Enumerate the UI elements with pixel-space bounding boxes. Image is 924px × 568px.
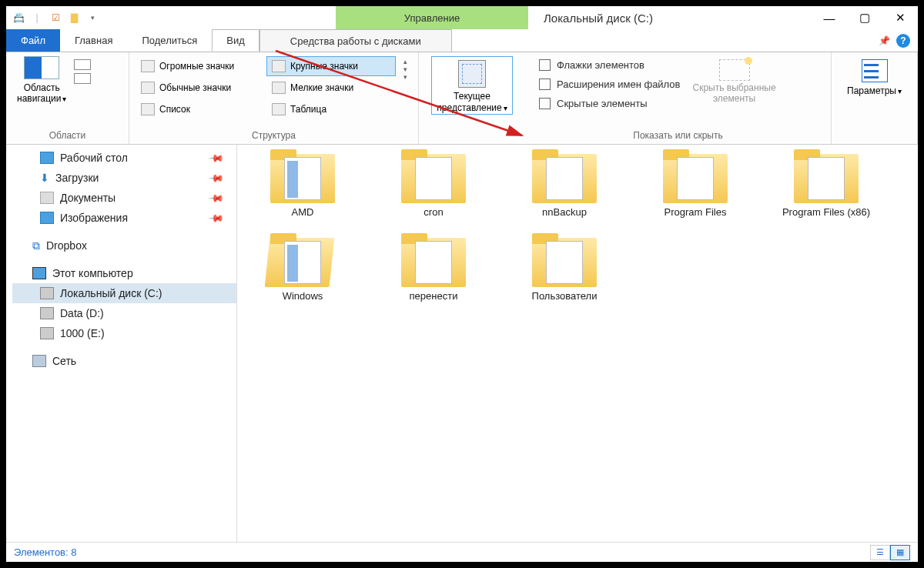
pin-icon: 📌 (208, 169, 225, 186)
preview-pane-button[interactable] (74, 59, 91, 70)
layout-list[interactable]: Список (136, 99, 265, 119)
tree-downloads[interactable]: ⬇Загрузки📌 (12, 168, 236, 188)
qat-folder-icon: ▇ (66, 11, 82, 25)
pin-ribbon-icon[interactable]: 📌 (879, 35, 890, 46)
view-mode-details[interactable]: ☰ (870, 545, 890, 560)
tree-desktop[interactable]: Рабочий стол📌 (12, 148, 236, 168)
options-icon (862, 59, 888, 82)
options-button[interactable]: Параметры (842, 56, 906, 96)
folder-item[interactable]: Program Files (645, 149, 745, 218)
status-bar: Элементов: 8 ☰ ▦ (6, 542, 918, 562)
status-count: Элементов: 8 (14, 546, 76, 558)
details-pane-button[interactable] (74, 73, 91, 84)
ribbon-tabs: Файл Главная Поделиться Вид Средства раб… (6, 29, 918, 52)
tab-home[interactable]: Главная (60, 29, 127, 52)
tab-file[interactable]: Файл (6, 29, 60, 52)
navpane-icon (24, 56, 59, 79)
pin-icon: 📌 (208, 149, 225, 166)
close-button[interactable]: ✕ (882, 6, 918, 29)
tree-drive-c[interactable]: Локальный диск (C:) (12, 283, 236, 303)
layout-huge[interactable]: Огромные значки (136, 56, 265, 76)
tree-documents[interactable]: Документы📌 (12, 188, 236, 208)
tree-pictures[interactable]: Изображения📌 (12, 208, 236, 228)
ribbon: Область навигации Области Огромные значк… (6, 52, 918, 145)
hide-selected-icon (719, 59, 750, 81)
current-representation-button[interactable]: Текущее представление (431, 56, 512, 115)
context-tab-header: Управление (336, 6, 528, 29)
folder-item[interactable]: Windows (253, 233, 353, 302)
help-icon[interactable]: ? (896, 34, 910, 48)
tree-drive-e[interactable]: 1000 (E:) (12, 323, 236, 343)
nav-tree[interactable]: Рабочий стол📌 ⬇Загрузки📌 Документы📌 Изоб… (6, 145, 237, 542)
window-title: Локальный диск (C:) (544, 12, 653, 25)
tree-drive-d[interactable]: Data (D:) (12, 303, 236, 323)
folder-item[interactable]: перенести (383, 233, 484, 302)
group-layout-label: Структура (136, 129, 412, 142)
folder-item[interactable]: AMD (253, 149, 353, 218)
view-mode-icons[interactable]: ▦ (890, 545, 910, 560)
folder-item[interactable]: cron (383, 149, 484, 218)
layout-small[interactable]: Мелкие значки (266, 78, 396, 98)
pin-icon: 📌 (208, 189, 225, 206)
checkbox-item-flags[interactable]: Флажки элементов (539, 59, 681, 71)
qat-properties[interactable]: ☑ (48, 11, 63, 25)
layout-normal[interactable]: Обычные значки (136, 78, 265, 98)
pin-icon: 📌 (208, 209, 225, 226)
icon-view[interactable]: AMD cron nnBackup Program Files Program … (237, 145, 918, 542)
layout-large[interactable]: Крупные значки (266, 56, 396, 76)
minimize-button[interactable]: — (812, 6, 847, 29)
quick-access-toolbar: 📇 | ☑ ▇ ▾ (6, 9, 105, 26)
folder-item[interactable]: nnBackup (514, 149, 614, 218)
layout-gallery[interactable]: Огромные значки Крупные значки Обычные з… (136, 56, 396, 119)
explorer-icon: 📇 (11, 11, 26, 25)
hide-selected-button[interactable]: Скрыть выбранные элементы (687, 56, 782, 104)
folder-item[interactable]: Пользователи (514, 233, 614, 302)
qat-dropdown[interactable]: ▾ (85, 11, 100, 25)
tab-view[interactable]: Вид (212, 29, 259, 52)
gallery-more[interactable]: ▾ (400, 73, 410, 81)
qat-sep: | (29, 11, 45, 25)
navpane-button[interactable]: Область навигации (17, 82, 66, 105)
current-representation-icon (458, 60, 486, 88)
gallery-down[interactable]: ▾ (400, 65, 410, 73)
maximize-button[interactable]: ▢ (847, 6, 882, 29)
checkbox-file-extensions[interactable]: Расширения имен файлов (539, 79, 681, 90)
tree-dropbox[interactable]: ⧉Dropbox (12, 236, 236, 256)
group-showhide-label: Показать или скрыть (531, 129, 825, 142)
folder-item[interactable]: Program Files (x86) (776, 149, 876, 218)
tree-this-pc[interactable]: Этот компьютер (12, 263, 236, 283)
gallery-up[interactable]: ▴ (400, 58, 410, 65)
tree-network[interactable]: Сеть (12, 351, 236, 371)
tab-share[interactable]: Поделиться (127, 29, 212, 52)
layout-table[interactable]: Таблица (266, 99, 396, 119)
tab-drive-tools[interactable]: Средства работы с дисками (259, 29, 452, 52)
group-panes-label: Области (12, 129, 122, 142)
checkbox-hidden-items[interactable]: Скрытые элементы (539, 98, 681, 109)
titlebar: 📇 | ☑ ▇ ▾ Управление Локальный диск (C:)… (6, 6, 918, 29)
